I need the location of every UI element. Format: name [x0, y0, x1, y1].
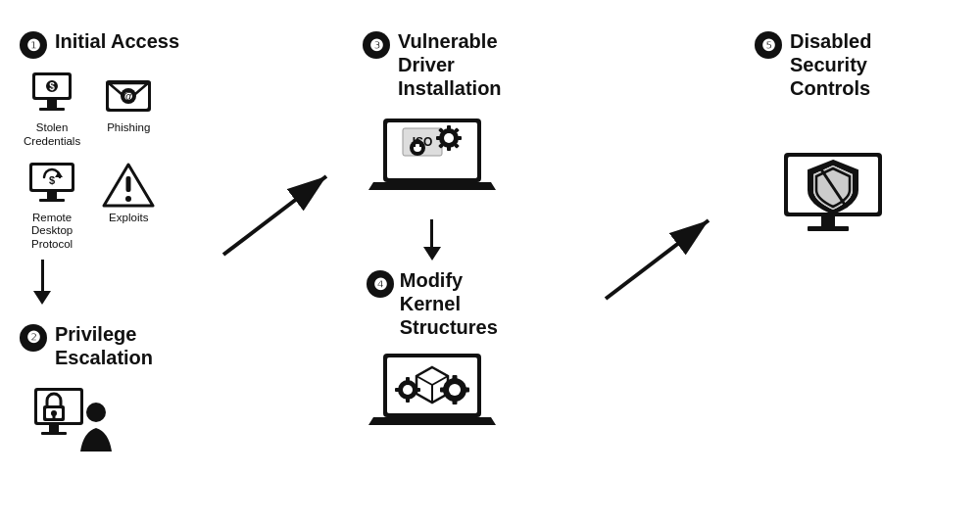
- modify-kernel-icon: [368, 349, 496, 447]
- step1-title: ❶ Initial Access: [20, 29, 179, 59]
- svg-point-29: [86, 403, 106, 422]
- svg-rect-70: [821, 216, 835, 226]
- svg-rect-3: [39, 108, 65, 111]
- svg-rect-19: [126, 176, 131, 192]
- stolen-credentials-item: $ StolenCredentials: [24, 72, 80, 149]
- step4-label: ModifyKernelStructures: [400, 268, 498, 339]
- svg-rect-40: [436, 136, 442, 140]
- rdp-label: RemoteDesktopProtocol: [31, 212, 73, 252]
- step5-title: ❺ DisabledSecurityControls: [755, 29, 871, 100]
- step3-label: VulnerableDriverInstallation: [398, 29, 502, 100]
- svg-rect-41: [456, 136, 462, 140]
- svg-rect-56: [452, 375, 457, 381]
- phishing-item: @ Phishing: [100, 72, 157, 149]
- rdp-icon: $: [25, 163, 78, 208]
- step1-number: ❶: [20, 31, 47, 59]
- svg-line-31: [223, 176, 326, 255]
- diagonal-arrow-right: [596, 211, 723, 312]
- disabled-security-icon: [764, 123, 902, 241]
- svg-text:@: @: [123, 90, 134, 102]
- step5-label: DisabledSecurityControls: [790, 29, 871, 100]
- step5-number: ❺: [755, 31, 782, 59]
- svg-rect-71: [808, 226, 849, 231]
- exploits-label: Exploits: [109, 212, 148, 225]
- step4-title: ❹ ModifyKernelStructures: [367, 268, 498, 339]
- step2-number: ❷: [20, 324, 47, 352]
- svg-rect-28: [53, 413, 56, 418]
- step1-label: Initial Access: [55, 29, 179, 53]
- svg-rect-65: [416, 388, 420, 392]
- center-column: ❸ VulnerableDriverInstallation ISO: [363, 29, 502, 447]
- svg-rect-2: [47, 100, 57, 108]
- step1-icons: $ StolenCredentials @: [24, 72, 157, 252]
- exploits-item: Exploits: [100, 163, 157, 252]
- svg-rect-15: [39, 199, 65, 202]
- diagonal-arrow-left: [214, 166, 341, 268]
- step2-label: PrivilegeEscalation: [55, 322, 153, 369]
- svg-line-67: [606, 220, 709, 299]
- vulnerable-driver-icon: ISO: [368, 114, 496, 212]
- privilege-escalation-icon: [29, 383, 118, 461]
- svg-point-37: [444, 133, 454, 143]
- arrow-step3-to-step4: [423, 219, 441, 261]
- step5-column: ❺ DisabledSecurityControls: [755, 29, 902, 241]
- stolen-credentials-icon: $: [25, 72, 78, 118]
- diagram: ❶ Initial Access $: [0, 0, 980, 523]
- step3-number: ❸: [363, 31, 390, 59]
- svg-rect-38: [447, 125, 451, 131]
- svg-rect-62: [406, 377, 410, 382]
- svg-rect-14: [47, 192, 57, 199]
- svg-point-61: [403, 385, 413, 395]
- svg-rect-59: [464, 388, 469, 393]
- step2-area: ❷ PrivilegeEscalation: [20, 322, 153, 465]
- arrow-step1-to-step2: [33, 260, 51, 305]
- stolen-credentials-label: StolenCredentials: [24, 121, 80, 149]
- step2-title: ❷ PrivilegeEscalation: [20, 322, 153, 369]
- svg-rect-64: [395, 388, 400, 392]
- phishing-icon: @: [102, 72, 155, 118]
- svg-rect-58: [440, 388, 446, 393]
- rdp-item: $ RemoteDesktopProtocol: [24, 163, 80, 252]
- svg-rect-63: [406, 398, 410, 403]
- svg-rect-39: [447, 145, 451, 151]
- svg-point-55: [449, 384, 461, 396]
- svg-text:$: $: [49, 174, 55, 186]
- step2-icon-area: [29, 383, 153, 465]
- svg-rect-23: [49, 425, 59, 432]
- step3-title: ❸ VulnerableDriverInstallation: [363, 29, 502, 100]
- svg-text:$: $: [49, 81, 55, 92]
- svg-rect-57: [452, 399, 457, 404]
- exploits-icon: [102, 163, 155, 208]
- step4-number: ❹: [367, 270, 394, 298]
- svg-rect-24: [41, 432, 67, 435]
- phishing-label: Phishing: [107, 121, 150, 135]
- svg-point-20: [125, 196, 131, 202]
